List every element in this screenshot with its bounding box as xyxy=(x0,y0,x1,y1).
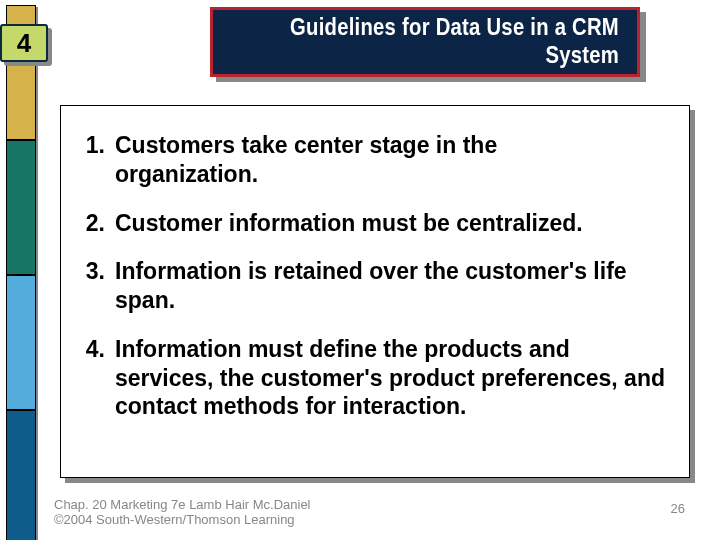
footer-copyright: ©2004 South-Western/Thomson Learning xyxy=(54,512,454,528)
badge-box: 4 xyxy=(0,24,48,62)
item-text: Information must define the products and… xyxy=(115,335,671,421)
list-item: 3. Information is retained over the cust… xyxy=(83,257,671,315)
list-item: 2. Customer information must be centrali… xyxy=(83,209,671,238)
footer-page: 26 xyxy=(671,501,685,516)
title-text: Guidelines for Data Use in a CRM System xyxy=(262,14,619,69)
item-number: 4. xyxy=(83,335,115,421)
bar-teal xyxy=(6,140,36,275)
bar-lightblue xyxy=(6,275,36,410)
slide: 4 Guidelines for Data Use in a CRM Syste… xyxy=(0,0,720,540)
footer-chapter: Chap. 20 Marketing 7e Lamb Hair Mc.Danie… xyxy=(54,497,454,513)
list-item: 4. Information must define the products … xyxy=(83,335,671,421)
title-banner: Guidelines for Data Use in a CRM System xyxy=(210,7,650,85)
main-box: 1. Customers take center stage in the or… xyxy=(60,105,690,478)
title-box: Guidelines for Data Use in a CRM System xyxy=(210,7,640,77)
footer-left: Chap. 20 Marketing 7e Lamb Hair Mc.Danie… xyxy=(54,497,454,528)
badge-number: 4 xyxy=(17,28,31,59)
item-number: 2. xyxy=(83,209,115,238)
item-number: 1. xyxy=(83,131,115,189)
guidelines-list: 1. Customers take center stage in the or… xyxy=(83,131,671,421)
bar-darkblue xyxy=(6,410,36,540)
left-color-bars xyxy=(6,5,36,540)
item-text: Customers take center stage in the organ… xyxy=(115,131,515,189)
item-number: 3. xyxy=(83,257,115,315)
item-text: Information is retained over the custome… xyxy=(115,257,671,315)
chapter-badge: 4 xyxy=(0,22,52,66)
list-item: 1. Customers take center stage in the or… xyxy=(83,131,671,189)
item-text: Customer information must be centralized… xyxy=(115,209,671,238)
main-panel: 1. Customers take center stage in the or… xyxy=(60,105,700,485)
